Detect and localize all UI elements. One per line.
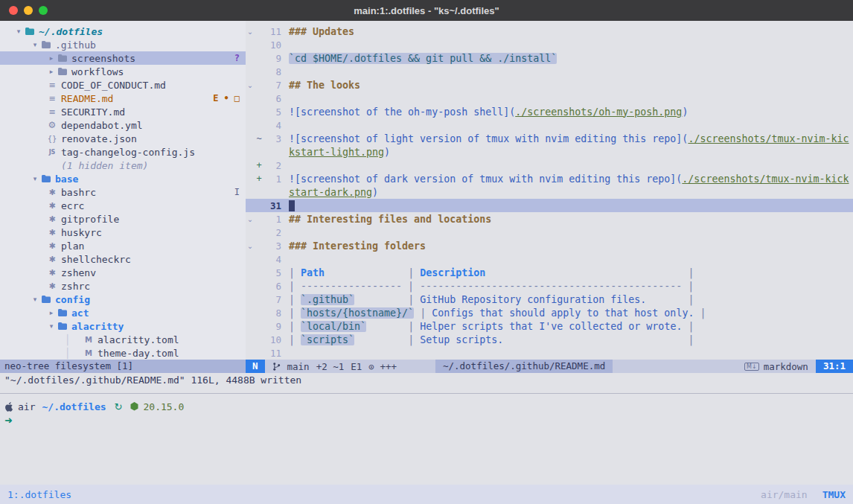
chevron-down-icon[interactable]: ▾ [30, 175, 40, 182]
editor-line[interactable]: 11 [246, 346, 853, 360]
chevron-down-icon[interactable]: ▾ [30, 296, 40, 303]
tree-item-label: gitprofile [61, 214, 119, 225]
tree-item[interactable]: │Malacritty.toml [0, 333, 246, 346]
status-badge: I [234, 187, 240, 197]
editor-line[interactable]: 9`cd $HOME/.dotfiles && git pull && ./in… [246, 51, 853, 65]
close-button[interactable] [9, 6, 18, 15]
line-number: 7 [263, 80, 281, 91]
tree-item[interactable]: ≡SECURITY.md [0, 105, 246, 118]
fold-marker[interactable]: ⌄ [246, 81, 255, 89]
editor-line[interactable]: 4 [246, 252, 853, 266]
tree-item[interactable]: ▸act [0, 306, 246, 319]
shell-pane[interactable]: air ~/.dotfiles ↻ 20.15.0 ➜ [0, 394, 853, 427]
tree-item-label: shellcheckrc [61, 254, 131, 265]
editor-line[interactable]: start-dark.png) [246, 185, 853, 199]
editor-line[interactable]: ⌄3### Interesting folders [246, 239, 853, 252]
line-number: 10 [263, 334, 281, 345]
js-icon: JS [46, 149, 58, 156]
editor-line[interactable]: ~3![screenshot of light version of tmux … [246, 132, 853, 145]
tree-item[interactable]: ▾config [0, 293, 246, 306]
editor-line[interactable]: 8 [246, 65, 853, 78]
tree-item-label: .github [55, 39, 96, 51]
tree-item[interactable]: ✱ecrc [0, 199, 246, 212]
editor-line[interactable]: 31 [246, 199, 853, 212]
fold-marker[interactable]: ⌄ [246, 215, 255, 223]
fold-marker[interactable]: ⌄ [246, 242, 255, 250]
editor-line[interactable]: +1![screenshot of dark version of tmux w… [246, 172, 853, 185]
editor-line[interactable]: 10 [246, 38, 853, 51]
line-text: | ----------------- | ------------------… [281, 281, 694, 292]
tree-item[interactable]: ✱plan [0, 239, 246, 252]
editor-window[interactable]: ⌄11### Updates109`cd $HOME/.dotfiles && … [246, 21, 853, 360]
star-icon: ✱ [46, 228, 58, 237]
tree-item[interactable]: ✱zshenv [0, 266, 246, 279]
chevron-down-icon[interactable]: ▾ [46, 322, 57, 330]
tree-item[interactable]: ▾alacritty [0, 319, 246, 333]
git-diff: +2 ~1 [316, 361, 345, 372]
tree-item[interactable]: ▾base [0, 172, 246, 185]
editor-line[interactable]: 7| `.github` | GitHub Repository configu… [246, 293, 853, 306]
minimize-button[interactable] [24, 6, 33, 15]
chevron-down-icon[interactable]: ▾ [30, 41, 40, 48]
tree-item[interactable]: ▾.github [0, 38, 246, 51]
tree-item[interactable]: ✱shellcheckrc [0, 252, 246, 266]
zoom-button[interactable] [39, 6, 48, 15]
statusline-left: main +2 ~1 E1 ⊙ +++ [265, 360, 404, 373]
tree-item-label: zshenv [61, 267, 96, 278]
folder-blue-icon [40, 175, 52, 182]
apple-icon [4, 402, 13, 412]
chevron-right-icon[interactable]: ▸ [46, 309, 57, 316]
tree-item[interactable]: ✱zshrc [0, 279, 246, 293]
editor-line[interactable]: ⌄1## Interesting files and locations [246, 212, 853, 226]
editor-line[interactable]: 4 [246, 118, 853, 132]
tree-item[interactable]: ✱gitprofile [0, 212, 246, 226]
line-text: | `scripts` | Setup scripts. | [281, 334, 694, 345]
line-text: ### Updates [281, 26, 354, 37]
line-number: 2 [263, 160, 281, 171]
chevron-down-icon[interactable]: ▾ [13, 28, 24, 35]
tree-item[interactable]: {}renovate.json [0, 132, 246, 145]
editor-line[interactable]: ⌄11### Updates [246, 25, 853, 38]
tree-item-label: base [55, 173, 78, 185]
tree-item-label: theme-day.toml [98, 348, 179, 359]
editor-line[interactable]: 8| `hosts/{hostname}/` | Configs that sh… [246, 306, 853, 319]
tree-item[interactable]: JStag-changelog-config.js [0, 145, 246, 159]
tmux-statusbar: 1:.dotfiles air/main TMUX [0, 485, 853, 504]
editor-line[interactable]: 5![screenshot of the oh-my-posh shell](.… [246, 105, 853, 118]
tree-item-label: (1 hidden item) [61, 160, 148, 171]
tree-item-badges: ? [234, 53, 246, 63]
editor-line[interactable]: 5| Path | Description | [246, 266, 853, 279]
tree-item[interactable]: ▸screenshots? [0, 51, 246, 65]
tree-item[interactable]: (1 hidden item) [0, 159, 246, 172]
tree-item[interactable]: ≡README.mdE•□ [0, 92, 246, 105]
cursor-position: 31:1 [816, 360, 853, 373]
tree-item[interactable]: ▸workflows [0, 65, 246, 78]
editor-line[interactable]: kstart-light.png) [246, 145, 853, 159]
editor-line[interactable]: 10| `scripts` | Setup scripts. | [246, 333, 853, 346]
tree-item[interactable]: ✱bashrcI [0, 185, 246, 199]
editor-line[interactable]: ⌄7## The looks [246, 78, 853, 92]
chevron-right-icon[interactable]: ▸ [46, 68, 57, 75]
line-text: `cd $HOME/.dotfiles && git pull && ./ins… [281, 53, 557, 64]
fold-marker[interactable]: ⌄ [246, 28, 255, 36]
star-icon: ✱ [46, 188, 58, 197]
editor-line[interactable]: +2 [246, 159, 853, 172]
tree-item[interactable]: ✱huskyrc [0, 226, 246, 239]
tree-item[interactable]: │Mtheme-day.toml [0, 346, 246, 360]
tree-item-badges: E•□ [213, 93, 246, 103]
editor-line[interactable]: 9| `local/bin` | Helper scripts that I'v… [246, 319, 853, 333]
tree-item-label: CODE_OF_CONDUCT.md [61, 80, 166, 91]
editor-line[interactable]: 6| ----------------- | -----------------… [246, 279, 853, 293]
git-sign: + [255, 173, 263, 184]
tree-item[interactable]: ⚙dependabot.yml [0, 118, 246, 132]
tmux-window-tab[interactable]: 1:.dotfiles [7, 489, 71, 500]
editor-line[interactable]: 6 [246, 92, 853, 105]
tree-item[interactable]: ≡CODE_OF_CONDUCT.md [0, 78, 246, 92]
line-text: start-dark.png) [281, 187, 378, 198]
tree-item[interactable]: ▾~/.dotfiles [0, 25, 246, 38]
chevron-right-icon[interactable]: ▸ [46, 54, 57, 62]
shell-prompt: air ~/.dotfiles ↻ 20.15.0 [4, 400, 849, 413]
folder-blue-icon [57, 309, 68, 316]
editor-line[interactable]: 2 [246, 226, 853, 239]
statusline-flags: ⊙ +++ [368, 361, 397, 372]
